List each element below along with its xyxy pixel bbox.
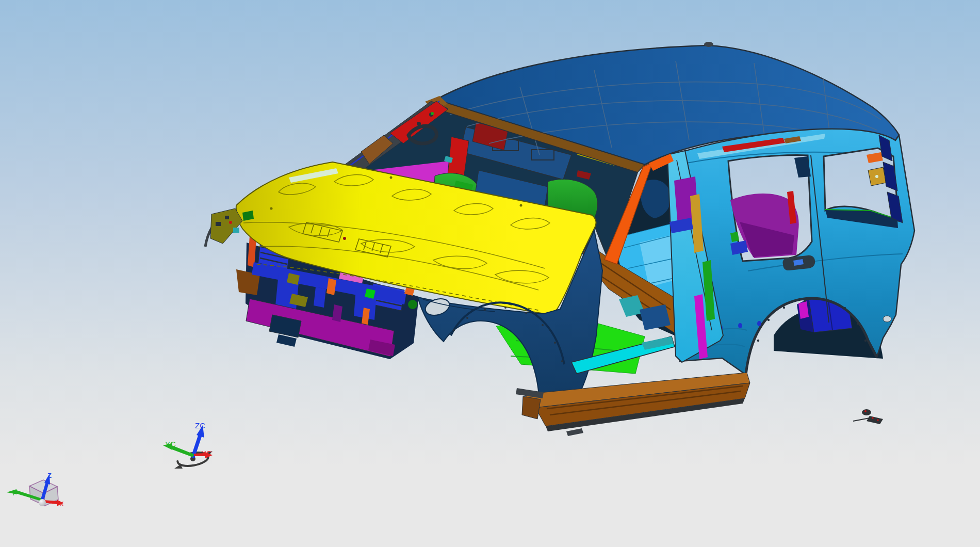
apron-hole [225,216,229,219]
board-end-wedge [522,396,541,419]
teal-square [233,228,239,233]
zc-axis-label: ZC [195,421,205,430]
xc-axis-label: XC [201,449,212,458]
green-grommet [408,300,417,309]
viewport-canvas[interactable]: ZC YC XC Z Y X [0,0,980,547]
green-dot [431,112,434,115]
yc-axis-label: YC [165,440,176,448]
bracket-dot [877,419,879,421]
rear-corner-hole [883,316,891,322]
hood-bolt [390,176,393,179]
antenna-nub [704,42,713,47]
z-axis-label: Z [47,472,52,479]
x-axis-label: X [59,500,64,508]
bracket-hole [875,175,878,178]
small-bracket[interactable] [862,409,871,415]
apron-hole [216,222,221,226]
hood-bolt [270,207,273,210]
y-axis-label: Y [11,489,16,497]
origin-sphere[interactable] [39,499,46,506]
quarter-window[interactable] [824,148,899,228]
green-bit [730,232,739,242]
rear-door-window[interactable] [728,155,812,261]
bracket-dot [864,410,867,412]
hood-bolt [520,204,522,207]
cad-viewport[interactable]: ZC YC XC Z Y X [0,0,980,547]
hood-red-dot [343,237,346,240]
blue-strut [314,287,326,308]
red-dot [229,221,232,224]
bracket-dot [872,417,874,419]
